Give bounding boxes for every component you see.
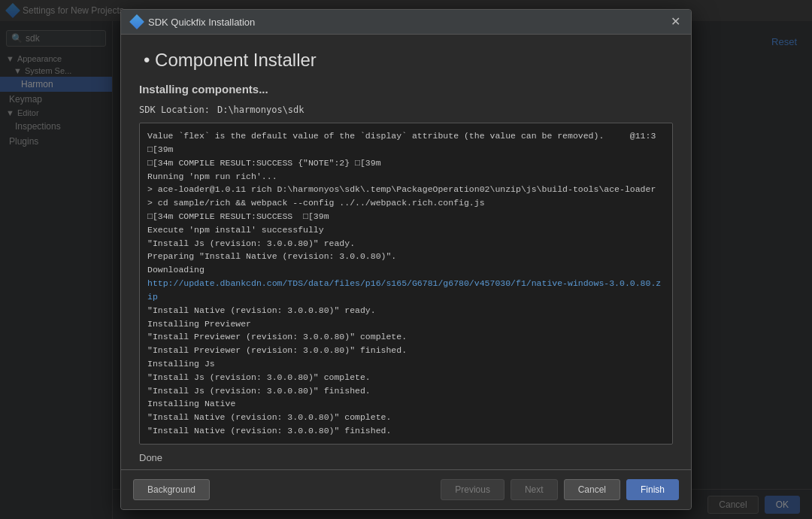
modal-title-label: SDK Quickfix Installation (148, 17, 255, 28)
modal-titlebar-left: SDK Quickfix Installation (132, 17, 255, 28)
log-line: Installing Js (147, 357, 665, 371)
log-line: Preparing "Install Native (revision: 3.0… (147, 250, 665, 263)
footer-left: Background (133, 479, 210, 500)
log-line: Value `flex` is the default value of the… (147, 129, 665, 156)
log-line: "Install Native (revision: 3.0.0.80)" co… (147, 411, 665, 424)
log-line: "Install Previewer (revision: 3.0.0.80)"… (147, 344, 665, 357)
modal-title-text: Component Installer (155, 50, 317, 70)
log-line: "Install Native (revision: 3.0.0.80)" re… (147, 304, 665, 317)
log-area[interactable]: Value `flex` is the default value of the… (139, 123, 673, 445)
log-line: □[34m COMPILE RESULT:SUCCESS {"NOTE":2} … (147, 156, 665, 170)
modal-heading: • Component Installer (139, 50, 673, 71)
log-line: Running 'npm run rich'... (147, 170, 665, 184)
log-line: Installing Previewer (147, 317, 665, 331)
log-line: "Install Js (revision: 3.0.0.80)" finish… (147, 384, 665, 398)
log-line: > ace-loader@1.0.11 rich D:\harmonyos\sd… (147, 183, 665, 196)
footer-right: Previous Next Cancel Finish (441, 479, 679, 500)
modal-body: • Component Installer Installing compone… (121, 35, 691, 469)
sdk-location-label: SDK Location: (139, 105, 210, 115)
log-line: Execute 'npm install' successfully (147, 223, 665, 237)
log-line: > cd sample/rich && webpack --config ../… (147, 196, 665, 210)
log-line: "Install Js (revision: 3.0.0.80)" comple… (147, 371, 665, 384)
background-button[interactable]: Background (133, 479, 210, 500)
finish-button[interactable]: Finish (626, 479, 679, 500)
log-line: "Install Previewer (revision: 3.0.0.80)"… (147, 330, 665, 344)
log-line: http://update.dbankcdn.com/TDS/data/file… (147, 277, 665, 304)
cancel-button-modal[interactable]: Cancel (564, 479, 620, 500)
modal-overlay: SDK Quickfix Installation ✕ • Component … (0, 0, 812, 519)
done-label: Done (139, 445, 673, 469)
bullet-icon: • (144, 50, 150, 70)
log-line: Installing Native (147, 397, 665, 411)
modal-logo-icon (129, 14, 144, 29)
modal-subtitle: Installing components... (139, 83, 673, 96)
log-line: "Install Js (revision: 3.0.0.80)" ready. (147, 237, 665, 250)
log-line: Downloading (147, 263, 665, 277)
sdk-location-bar: SDK Location: D:\harmonyos\sdk (139, 105, 673, 115)
log-line: "Install Native (revision: 3.0.0.80)" fi… (147, 424, 665, 438)
sdk-location-value: D:\harmonyos\sdk (217, 105, 304, 115)
next-button[interactable]: Next (511, 479, 558, 500)
modal-dialog: SDK Quickfix Installation ✕ • Component … (120, 9, 692, 510)
modal-footer: Background Previous Next Cancel Finish (121, 469, 691, 509)
previous-button[interactable]: Previous (441, 479, 504, 500)
log-line: □[34m COMPILE RESULT:SUCCESS □[39m (147, 210, 665, 223)
modal-close-button[interactable]: ✕ (671, 16, 680, 28)
modal-titlebar: SDK Quickfix Installation ✕ (121, 10, 691, 35)
